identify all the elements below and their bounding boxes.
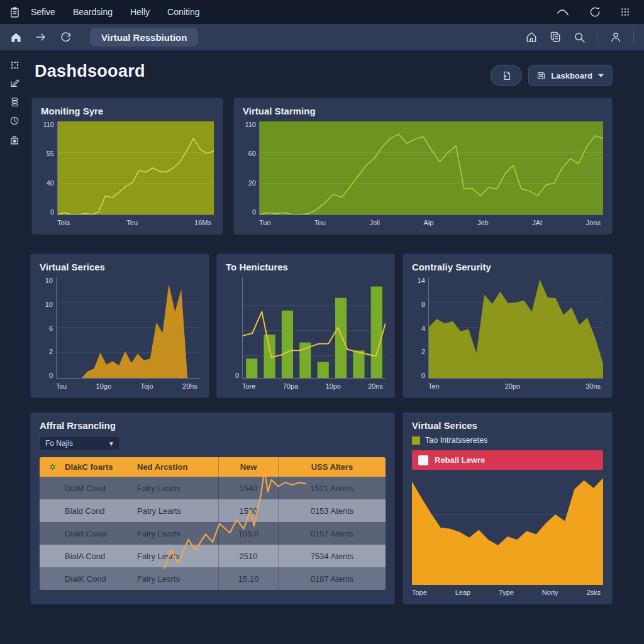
filter-dropdown[interactable]: Fo Najis ▼	[40, 436, 120, 451]
y-tick-label: 8	[412, 301, 425, 308]
menu-item[interactable]: Coniting	[167, 7, 199, 17]
y-tick-label: 2	[40, 348, 53, 355]
chart-virtual-services: 1010620	[40, 277, 200, 379]
table-header-cell: New	[218, 457, 278, 477]
x-axis: Ten20po30ns	[428, 382, 601, 390]
virtual-services-chart	[57, 277, 200, 378]
table-cell-action: Falry Lesrts	[133, 552, 218, 561]
x-tick-label: Tuo	[259, 219, 271, 226]
y-axis: 148420	[412, 277, 428, 379]
x-tick-label: Leap	[455, 589, 470, 596]
chevron-down-icon	[597, 73, 604, 78]
sidebar-rail	[6, 60, 23, 145]
table-row[interactable]: DialK CondFalry Lesrts15.100187 Atents	[40, 567, 386, 590]
chart-services-trend	[412, 475, 603, 585]
table-cell-alerts: 7534 Atents	[278, 545, 386, 567]
y-tick-label: 0	[243, 209, 256, 215]
building-icon[interactable]	[9, 134, 20, 145]
copy-icon[interactable]	[549, 31, 562, 43]
apps-grid-icon[interactable]	[10, 60, 19, 70]
address-bar[interactable]: Virtual Ressbiution	[90, 28, 198, 47]
table-row[interactable]: Biald CondPatry Learts15300153 Atents	[40, 499, 386, 522]
chevron-down-icon: ▼	[108, 440, 114, 447]
person-icon[interactable]	[609, 31, 622, 43]
alert-banner-label: Reball Lewre	[435, 455, 485, 465]
grid-dots-icon[interactable]	[620, 7, 630, 17]
reload-icon[interactable]	[60, 31, 72, 43]
x-tick-label: Jeb	[477, 219, 489, 226]
legend-swatch	[412, 436, 420, 445]
table-cell-device: BialA Cond	[61, 552, 133, 561]
chart-security: 148420	[412, 277, 603, 379]
y-tick-label: 10	[40, 277, 53, 284]
x-tick-label: Tou	[314, 219, 326, 226]
henictures-chart	[243, 277, 386, 378]
curve-swoosh-icon[interactable]	[556, 6, 570, 18]
dashboard-dropdown-button[interactable]: Laskboard	[528, 65, 613, 86]
database-icon[interactable]	[10, 97, 19, 108]
menu-item[interactable]: Beardsing	[73, 7, 113, 17]
home-filled-icon[interactable]	[10, 31, 22, 43]
alert-banner[interactable]: Reball Lewre	[412, 450, 603, 470]
menu-item[interactable]: Helly	[130, 7, 150, 17]
panel-title: To Henictures	[226, 262, 386, 272]
panel-starming: Virtual Starming 11060200 TuoTouJoliAipJ…	[233, 97, 613, 235]
x-tick-label: 16Ms	[194, 219, 211, 226]
table-cell-action: Falry Learts	[133, 529, 218, 538]
table-cell-new: 15.10	[218, 567, 278, 590]
y-tick-label: 20	[243, 180, 256, 186]
edit-icon[interactable]	[9, 78, 20, 89]
table-cell-device: DialK Cond	[61, 574, 133, 584]
panel-virtual-services: Virtual Serices 1010620 Tsu10goTojo20hs	[30, 253, 209, 398]
x-tick-label: 30ns	[586, 382, 601, 390]
browser-bar-actions	[525, 30, 634, 44]
clock-icon[interactable]	[9, 116, 19, 126]
x-tick-label: 10go	[96, 382, 111, 390]
y-tick-label: 2	[412, 348, 425, 355]
x-tick-label: Jons	[586, 219, 601, 226]
legend-label: Tao Intratsseretes	[425, 436, 487, 445]
panel-title: Contraliy Serurity	[412, 262, 603, 272]
chart-starming: 11060200	[243, 121, 603, 215]
arrow-right-icon[interactable]	[35, 31, 47, 43]
y-tick-label: 110	[41, 121, 54, 128]
y-axis: 11055400	[41, 121, 57, 215]
y-tick-label: 4	[412, 325, 425, 331]
y-tick-label: 14	[412, 277, 425, 284]
banner-square-icon	[418, 455, 428, 465]
x-tick-label: 10po	[325, 382, 340, 390]
x-tick-label: Type	[499, 589, 514, 596]
y-tick-label: 0	[226, 372, 239, 379]
y-axis: 11060200	[243, 121, 259, 215]
table-cell-alerts: 0157 Atents	[278, 522, 386, 545]
menu-item[interactable]: Sefive	[31, 7, 55, 17]
x-tick-label: Tope	[412, 589, 427, 596]
power-refresh-icon[interactable]	[589, 6, 601, 18]
search-icon[interactable]	[573, 31, 586, 44]
x-tick-label: Tsu	[56, 382, 67, 390]
panel-title: Virtual Serices	[412, 420, 603, 431]
y-tick-label: 0	[412, 372, 425, 379]
divider	[633, 30, 634, 44]
header-buttons: Laskboard	[491, 65, 613, 86]
home-outline-icon[interactable]	[525, 31, 538, 43]
table-row[interactable]: DiaM CoedFalry Learts15401521 Arents	[40, 477, 386, 499]
services-trend-chart	[412, 475, 603, 585]
chart-monitoring: 11055400	[41, 121, 214, 215]
table-row[interactable]: BialA CondFalry Lesrts25107534 Atents	[40, 545, 386, 567]
table-row[interactable]: Diald CoealFalry Learts105.00157 Atents	[40, 522, 386, 545]
export-button[interactable]	[491, 65, 522, 86]
x-axis: Tore70pa10po20ns	[242, 382, 383, 390]
page-title: Dashdsooard	[35, 62, 145, 81]
x-axis: Tsu10goTojo20hs	[56, 382, 197, 390]
table-cell-action: Falry Learts	[133, 484, 218, 493]
x-tick-label: 20po	[505, 382, 520, 390]
panel-title: Virtual Starming	[243, 106, 603, 116]
divider	[597, 30, 598, 44]
x-tick-label: Tola	[57, 219, 70, 226]
table-cell-new: 2510	[218, 545, 278, 567]
x-tick-label: Tore	[242, 382, 255, 390]
clipboard-icon[interactable]	[9, 6, 21, 18]
monitoring-chart	[58, 121, 214, 214]
table-cell-alerts: 0187 Atents	[278, 567, 386, 590]
